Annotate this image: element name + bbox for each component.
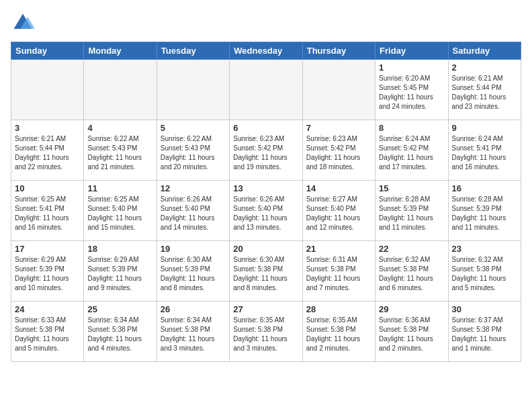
day-number: 7	[306, 123, 371, 133]
calendar-body: 1Sunrise: 6:20 AMSunset: 5:45 PMDaylight…	[11, 60, 521, 362]
day-info: Sunrise: 6:34 AMSunset: 5:38 PMDaylight:…	[87, 316, 152, 353]
day-number: 17	[15, 244, 80, 254]
day-info: Sunrise: 6:30 AMSunset: 5:39 PMDaylight:…	[161, 255, 226, 293]
day-info: Sunrise: 6:33 AMSunset: 5:38 PMDaylight:…	[15, 316, 80, 353]
day-number: 15	[379, 183, 444, 193]
day-info: Sunrise: 6:35 AMSunset: 5:38 PMDaylight:…	[233, 316, 298, 353]
day-number: 16	[452, 183, 517, 193]
day-number: 3	[15, 123, 80, 133]
calendar-table: SundayMondayTuesdayWednesdayThursdayFrid…	[11, 42, 521, 362]
calendar-cell: 4Sunrise: 6:22 AMSunset: 5:43 PMDaylight…	[84, 120, 157, 181]
day-info: Sunrise: 6:23 AMSunset: 5:42 PMDaylight:…	[306, 134, 371, 172]
day-info: Sunrise: 6:26 AMSunset: 5:40 PMDaylight:…	[233, 195, 298, 232]
day-number: 10	[15, 183, 80, 193]
calendar-cell: 27Sunrise: 6:35 AMSunset: 5:38 PMDayligh…	[230, 302, 302, 362]
calendar-cell: 23Sunrise: 6:32 AMSunset: 5:38 PMDayligh…	[448, 241, 521, 302]
day-number: 24	[15, 304, 80, 314]
day-info: Sunrise: 6:21 AMSunset: 5:44 PMDaylight:…	[15, 134, 80, 172]
day-number: 18	[87, 244, 152, 254]
day-number: 30	[452, 304, 517, 314]
day-number: 8	[379, 123, 444, 133]
calendar-cell: 20Sunrise: 6:30 AMSunset: 5:38 PMDayligh…	[230, 241, 302, 302]
day-number: 29	[379, 304, 444, 314]
calendar-cell: 13Sunrise: 6:26 AMSunset: 5:40 PMDayligh…	[230, 181, 302, 241]
day-number: 6	[233, 123, 298, 133]
day-info: Sunrise: 6:32 AMSunset: 5:38 PMDaylight:…	[379, 255, 444, 293]
day-info: Sunrise: 6:23 AMSunset: 5:42 PMDaylight:…	[233, 134, 298, 172]
calendar-cell: 9Sunrise: 6:24 AMSunset: 5:41 PMDaylight…	[448, 120, 521, 181]
calendar-cell: 25Sunrise: 6:34 AMSunset: 5:38 PMDayligh…	[84, 302, 157, 362]
day-number: 9	[452, 123, 517, 133]
calendar-cell: 14Sunrise: 6:27 AMSunset: 5:40 PMDayligh…	[302, 181, 375, 241]
day-number: 26	[161, 304, 226, 314]
day-info: Sunrise: 6:31 AMSunset: 5:38 PMDaylight:…	[306, 255, 371, 293]
day-info: Sunrise: 6:29 AMSunset: 5:39 PMDaylight:…	[87, 255, 152, 293]
day-info: Sunrise: 6:28 AMSunset: 5:39 PMDaylight:…	[452, 195, 517, 232]
day-info: Sunrise: 6:25 AMSunset: 5:40 PMDaylight:…	[87, 195, 152, 232]
calendar-week-5: 24Sunrise: 6:33 AMSunset: 5:38 PMDayligh…	[11, 302, 521, 362]
day-info: Sunrise: 6:22 AMSunset: 5:43 PMDaylight:…	[161, 134, 226, 172]
day-number: 14	[306, 183, 371, 193]
day-info: Sunrise: 6:24 AMSunset: 5:41 PMDaylight:…	[452, 134, 517, 172]
calendar-week-3: 10Sunrise: 6:25 AMSunset: 5:41 PMDayligh…	[11, 181, 521, 241]
calendar-cell: 28Sunrise: 6:35 AMSunset: 5:38 PMDayligh…	[302, 302, 375, 362]
day-info: Sunrise: 6:26 AMSunset: 5:40 PMDaylight:…	[161, 195, 226, 232]
day-number: 28	[306, 304, 371, 314]
day-number: 20	[233, 244, 298, 254]
calendar-cell	[157, 60, 229, 120]
day-info: Sunrise: 6:20 AMSunset: 5:45 PMDaylight:…	[379, 74, 444, 111]
day-number: 23	[452, 244, 517, 254]
calendar-cell: 2Sunrise: 6:21 AMSunset: 5:44 PMDaylight…	[448, 60, 521, 120]
calendar-cell	[11, 60, 84, 120]
calendar-cell	[230, 60, 302, 120]
day-info: Sunrise: 6:34 AMSunset: 5:38 PMDaylight:…	[161, 316, 226, 353]
calendar-week-1: 1Sunrise: 6:20 AMSunset: 5:45 PMDaylight…	[11, 60, 521, 120]
dow-header-sunday: Sunday	[11, 42, 84, 60]
calendar-cell: 29Sunrise: 6:36 AMSunset: 5:38 PMDayligh…	[375, 302, 448, 362]
calendar-cell: 26Sunrise: 6:34 AMSunset: 5:38 PMDayligh…	[157, 302, 229, 362]
calendar-week-4: 17Sunrise: 6:29 AMSunset: 5:39 PMDayligh…	[11, 241, 521, 302]
day-number: 27	[233, 304, 298, 314]
day-of-week-header: SundayMondayTuesdayWednesdayThursdayFrid…	[11, 42, 521, 60]
day-info: Sunrise: 6:36 AMSunset: 5:38 PMDaylight:…	[379, 316, 444, 353]
day-info: Sunrise: 6:37 AMSunset: 5:38 PMDaylight:…	[452, 316, 517, 353]
day-info: Sunrise: 6:30 AMSunset: 5:38 PMDaylight:…	[233, 255, 298, 293]
day-number: 1	[379, 62, 444, 73]
day-info: Sunrise: 6:27 AMSunset: 5:40 PMDaylight:…	[306, 195, 371, 232]
day-info: Sunrise: 6:21 AMSunset: 5:44 PMDaylight:…	[452, 74, 517, 111]
page-header	[11, 11, 521, 35]
day-info: Sunrise: 6:25 AMSunset: 5:41 PMDaylight:…	[15, 195, 80, 232]
calendar-cell: 5Sunrise: 6:22 AMSunset: 5:43 PMDaylight…	[157, 120, 229, 181]
calendar-cell: 7Sunrise: 6:23 AMSunset: 5:42 PMDaylight…	[302, 120, 375, 181]
day-number: 5	[161, 123, 226, 133]
calendar-cell: 16Sunrise: 6:28 AMSunset: 5:39 PMDayligh…	[448, 181, 521, 241]
day-number: 4	[87, 123, 152, 133]
calendar-cell	[84, 60, 157, 120]
day-number: 2	[452, 62, 517, 73]
day-info: Sunrise: 6:24 AMSunset: 5:42 PMDaylight:…	[379, 134, 444, 172]
day-number: 21	[306, 244, 371, 254]
calendar-cell: 17Sunrise: 6:29 AMSunset: 5:39 PMDayligh…	[11, 241, 84, 302]
day-number: 13	[233, 183, 298, 193]
day-info: Sunrise: 6:35 AMSunset: 5:38 PMDaylight:…	[306, 316, 371, 353]
calendar-cell: 12Sunrise: 6:26 AMSunset: 5:40 PMDayligh…	[157, 181, 229, 241]
day-number: 12	[161, 183, 226, 193]
logo-icon	[11, 11, 35, 35]
calendar-cell: 11Sunrise: 6:25 AMSunset: 5:40 PMDayligh…	[84, 181, 157, 241]
logo	[11, 11, 39, 35]
calendar-cell: 3Sunrise: 6:21 AMSunset: 5:44 PMDaylight…	[11, 120, 84, 181]
calendar-cell: 1Sunrise: 6:20 AMSunset: 5:45 PMDaylight…	[375, 60, 448, 120]
dow-header-tuesday: Tuesday	[157, 42, 229, 60]
calendar-cell: 6Sunrise: 6:23 AMSunset: 5:42 PMDaylight…	[230, 120, 302, 181]
day-number: 19	[161, 244, 226, 254]
calendar-week-2: 3Sunrise: 6:21 AMSunset: 5:44 PMDaylight…	[11, 120, 521, 181]
calendar-cell: 22Sunrise: 6:32 AMSunset: 5:38 PMDayligh…	[375, 241, 448, 302]
calendar-cell: 30Sunrise: 6:37 AMSunset: 5:38 PMDayligh…	[448, 302, 521, 362]
dow-header-saturday: Saturday	[448, 42, 521, 60]
day-number: 22	[379, 244, 444, 254]
dow-header-friday: Friday	[375, 42, 448, 60]
calendar-cell: 21Sunrise: 6:31 AMSunset: 5:38 PMDayligh…	[302, 241, 375, 302]
dow-header-monday: Monday	[84, 42, 157, 60]
calendar-cell: 15Sunrise: 6:28 AMSunset: 5:39 PMDayligh…	[375, 181, 448, 241]
calendar-cell: 8Sunrise: 6:24 AMSunset: 5:42 PMDaylight…	[375, 120, 448, 181]
